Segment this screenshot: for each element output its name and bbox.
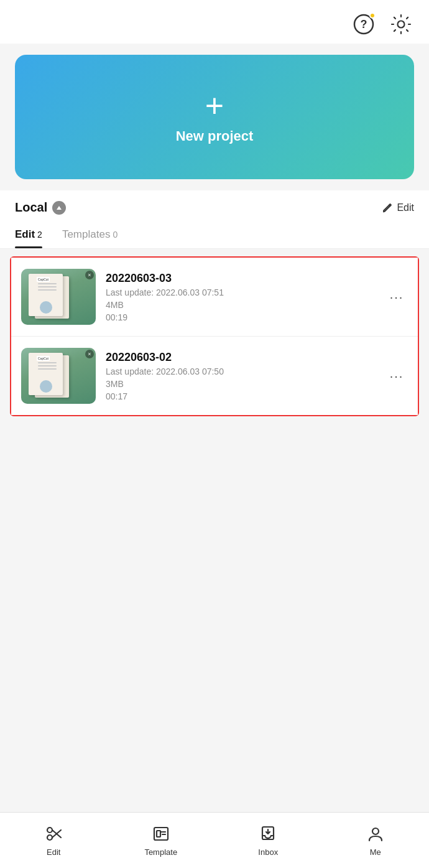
bottom-navigation: Edit Template Inbox <box>0 812 429 868</box>
local-title: Local <box>15 200 66 215</box>
new-project-label: New project <box>176 128 254 144</box>
scissors-icon <box>44 824 63 844</box>
nav-template[interactable]: Template <box>136 824 186 857</box>
settings-button[interactable] <box>388 11 414 37</box>
project-name: 20220603-02 <box>106 351 376 364</box>
tab-templates[interactable]: Templates 0 <box>62 220 118 248</box>
project-thumbnail: CapCut × <box>21 269 96 325</box>
thumb-close-icon: × <box>85 350 94 358</box>
project-info: 20220603-03 Last update: 2022.06.03 07:5… <box>106 272 376 322</box>
table-row: CapCut × 20220603-03 Last update: 2022.0… <box>11 258 418 337</box>
project-size: 4MB <box>106 300 376 310</box>
project-thumbnail: CapCut × <box>21 348 96 404</box>
local-sort-button[interactable] <box>52 201 66 215</box>
app-header: ? <box>0 0 429 44</box>
local-section-header: Local Edit <box>0 190 429 220</box>
project-info: 20220603-02 Last update: 2022.06.03 07:5… <box>106 351 376 401</box>
project-duration: 00:19 <box>106 312 376 322</box>
nav-edit[interactable]: Edit <box>29 824 78 857</box>
help-button[interactable]: ? <box>351 11 377 37</box>
edit-label: Edit <box>397 202 414 213</box>
svg-point-5 <box>47 835 52 840</box>
nav-edit-label: Edit <box>47 847 60 857</box>
thumb-close-icon: × <box>85 271 94 279</box>
nav-inbox-label: Inbox <box>258 847 278 857</box>
tab-templates-count: 0 <box>113 230 118 240</box>
project-size: 3MB <box>106 379 376 389</box>
svg-marker-3 <box>57 206 62 210</box>
plus-icon: + <box>205 90 224 122</box>
table-row: CapCut × 20220603-02 Last update: 2022.0… <box>11 337 418 415</box>
thumb-label-text: CapCut <box>37 356 50 361</box>
svg-text:?: ? <box>361 18 367 30</box>
nav-me[interactable]: Me <box>351 824 400 857</box>
project-more-button[interactable]: ··· <box>385 365 408 387</box>
projects-list: CapCut × 20220603-03 Last update: 2022.0… <box>10 256 419 416</box>
tab-templates-label: Templates <box>62 228 110 241</box>
tabs-container: Edit 2 Templates 0 <box>0 220 429 249</box>
tab-edit-label: Edit <box>15 228 35 241</box>
project-name: 20220603-03 <box>106 272 376 285</box>
notification-dot <box>369 12 376 19</box>
svg-point-4 <box>47 828 52 833</box>
inbox-icon <box>258 824 278 844</box>
nav-me-label: Me <box>370 847 381 857</box>
svg-point-2 <box>398 21 405 28</box>
project-more-button[interactable]: ··· <box>385 286 408 308</box>
nav-inbox[interactable]: Inbox <box>243 824 293 857</box>
nav-template-label: Template <box>144 847 177 857</box>
new-project-button[interactable]: + New project <box>15 55 414 179</box>
tab-edit[interactable]: Edit 2 <box>15 220 42 248</box>
svg-point-13 <box>372 828 379 834</box>
person-icon <box>366 824 385 844</box>
project-last-update: Last update: 2022.06.03 07:51 <box>106 287 376 297</box>
project-last-update: Last update: 2022.06.03 07:50 <box>106 366 376 376</box>
edit-button[interactable]: Edit <box>382 202 414 213</box>
template-icon <box>151 824 171 844</box>
project-duration: 00:17 <box>106 391 376 401</box>
tab-edit-count: 2 <box>37 230 42 240</box>
thumb-label-text: CapCut <box>37 277 50 282</box>
